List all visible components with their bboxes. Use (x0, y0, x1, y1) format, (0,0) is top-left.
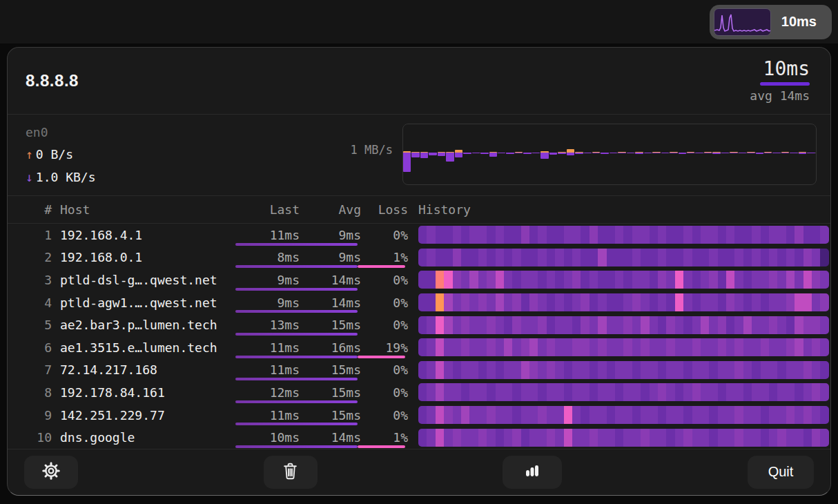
bandwidth-bar (411, 124, 420, 184)
bandwidth-bar (584, 124, 592, 184)
bandwidth-bar (489, 124, 498, 184)
bandwidth-bar (540, 124, 549, 184)
hop-last: 11ms (236, 228, 300, 242)
bandwidth-bar (498, 124, 506, 184)
table-row[interactable]: 10dns.google10ms14ms1% (8, 426, 830, 449)
hop-last: 9ms (236, 295, 300, 310)
bandwidth-bar (679, 124, 687, 184)
col-header-avg: Avg (300, 202, 361, 217)
hop-host: 72.14.217.168 (60, 362, 236, 377)
hop-number: 4 (24, 295, 52, 310)
hop-loss: 1% (361, 430, 408, 445)
upload-arrow-icon: ↑ (26, 147, 33, 162)
hop-host: ptld-agw1.….qwest.net (60, 295, 236, 310)
hop-host: 192.168.4.1 (60, 228, 236, 242)
bandwidth-bar (472, 124, 480, 184)
hop-last: 13ms (236, 318, 300, 332)
table-row[interactable]: 3ptld-dsl-g….qwest.net9ms14ms0% (8, 269, 830, 291)
latency-underline (235, 445, 358, 448)
hop-avg: 16ms (300, 340, 361, 355)
history-heatmap (418, 429, 829, 447)
history-heatmap (418, 316, 829, 334)
bandwidth-chart (402, 124, 817, 185)
menubar: 10ms (0, 0, 838, 43)
clear-button[interactable] (264, 456, 318, 489)
bandwidth-bar (807, 124, 815, 184)
latency-underline (235, 243, 358, 246)
trash-icon (281, 461, 300, 483)
bandwidth-bar (438, 124, 446, 184)
download-rate: ↓1.0 KB/s (26, 168, 96, 186)
bandwidth-bar (558, 124, 566, 184)
table-row[interactable]: 4ptld-agw1.….qwest.net9ms14ms0% (8, 291, 830, 314)
hop-host: ptld-dsl-g….qwest.net (60, 273, 236, 287)
bandwidth-bar (549, 124, 558, 184)
target-host: 8.8.8.8 (26, 71, 79, 90)
table-row[interactable]: 8192.178.84.16112ms15ms0% (8, 381, 830, 404)
latency-summary: 10ms avg 14ms (750, 59, 810, 103)
bandwidth-bar (515, 124, 523, 184)
hop-host: 142.251.229.77 (60, 408, 236, 423)
col-header-num: # (24, 202, 52, 217)
bandwidth-bar (618, 124, 626, 184)
hop-last: 10ms (236, 430, 300, 445)
col-header-last: Last (236, 202, 300, 217)
bandwidth-bar (480, 124, 489, 184)
loss-underline (358, 265, 405, 268)
hop-loss: 1% (361, 250, 408, 264)
hop-host: 192.178.84.161 (60, 385, 236, 400)
bandwidth-bar (592, 124, 601, 184)
latency-average: avg 14ms (750, 88, 810, 103)
table-row[interactable]: 6ae1.3515.e…lumen.tech11ms16ms19% (8, 336, 830, 359)
latency-accent-bar (760, 82, 810, 86)
table-row[interactable]: 2192.168.0.18ms9ms1% (8, 246, 830, 269)
chart-view-button[interactable] (503, 456, 562, 489)
bar-chart-icon (523, 463, 542, 481)
hop-number: 1 (24, 228, 52, 242)
table-row[interactable]: 1192.168.4.111ms9ms0% (8, 224, 830, 246)
bandwidth-bar (446, 124, 454, 184)
history-heatmap (418, 383, 829, 401)
upload-rate: ↑0 B/s (26, 146, 96, 164)
table-row[interactable]: 9142.251.229.7711ms15ms0% (8, 404, 830, 427)
menubar-widget[interactable]: 10ms (710, 5, 832, 39)
bandwidth-bar (652, 124, 661, 184)
history-heatmap (418, 406, 829, 424)
history-heatmap (418, 293, 829, 311)
hop-host: ae1.3515.e…lumen.tech (60, 340, 236, 355)
bandwidth-bar (781, 124, 790, 184)
hop-number: 6 (24, 340, 52, 355)
hop-number: 3 (24, 273, 52, 287)
bandwidth-bar (687, 124, 695, 184)
hop-number: 5 (24, 318, 52, 332)
latency-sparkline-icon (714, 8, 771, 36)
table-body: 1192.168.4.111ms9ms0%2192.168.0.18ms9ms1… (8, 224, 830, 449)
col-header-history: History (418, 202, 829, 217)
table-row[interactable]: 772.14.217.16811ms15ms0% (8, 359, 830, 382)
network-stats: en0 ↑0 B/s ↓1.0 KB/s (26, 124, 96, 186)
bandwidth-bar (420, 124, 429, 184)
history-heatmap (418, 271, 829, 289)
hop-loss: 0% (361, 385, 408, 400)
network-section: en0 ↑0 B/s ↓1.0 KB/s 1 MB/s (8, 115, 830, 196)
history-heatmap (418, 249, 829, 266)
download-arrow-icon: ↓ (26, 170, 33, 184)
hop-avg: 14ms (300, 295, 361, 310)
hop-last: 12ms (236, 385, 300, 400)
hop-avg: 14ms (300, 273, 361, 287)
hop-number: 2 (24, 250, 52, 264)
bandwidth-bar (670, 124, 678, 184)
bandwidth-bar (575, 124, 583, 184)
hop-number: 10 (24, 430, 52, 445)
window-header: 8.8.8.8 10ms avg 14ms (8, 48, 830, 115)
bandwidth-bar (610, 124, 618, 184)
bandwidth-bar (403, 124, 411, 184)
bandwidth-bar (429, 124, 437, 184)
quit-button[interactable]: Quit (748, 456, 814, 489)
table-row[interactable]: 5ae2.bar3.p…lumen.tech13ms15ms0% (8, 313, 830, 336)
hop-last: 11ms (236, 362, 300, 377)
hop-avg: 14ms (300, 430, 361, 445)
bandwidth-bar (764, 124, 772, 184)
settings-button[interactable] (24, 456, 78, 489)
hop-last: 11ms (236, 340, 300, 355)
